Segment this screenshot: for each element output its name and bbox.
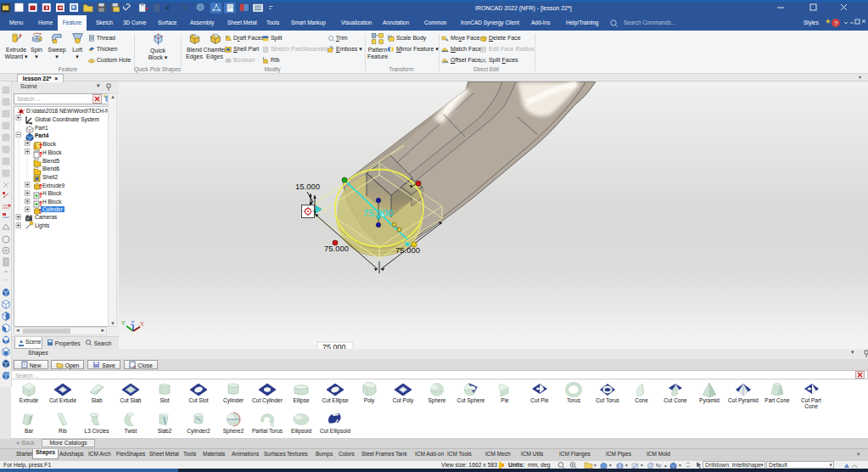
svg-text:75.000: 75.000 <box>322 343 346 349</box>
svg-text:▾: ▾ <box>641 463 643 468</box>
svg-text:15.000: 15.000 <box>295 182 320 191</box>
svg-text:75.000: 75.000 <box>395 245 420 255</box>
svg-text:?: ? <box>834 20 838 27</box>
svg-text:▾: ▾ <box>679 463 681 468</box>
svg-text:Z: Z <box>131 320 135 326</box>
svg-text:Y: Y <box>121 320 126 326</box>
svg-text:▾: ▾ <box>609 463 612 468</box>
svg-text:▾: ▾ <box>594 463 596 468</box>
svg-text:▾: ▾ <box>625 463 628 468</box>
svg-text:6y: 6y <box>656 463 661 468</box>
svg-text:X: X <box>140 321 144 327</box>
svg-text:IRONCAD 2022 (NFR) - [lesson 2: IRONCAD 2022 (NFR) - [lesson 22*] <box>475 5 572 12</box>
svg-text:75.000: 75.000 <box>363 208 393 218</box>
